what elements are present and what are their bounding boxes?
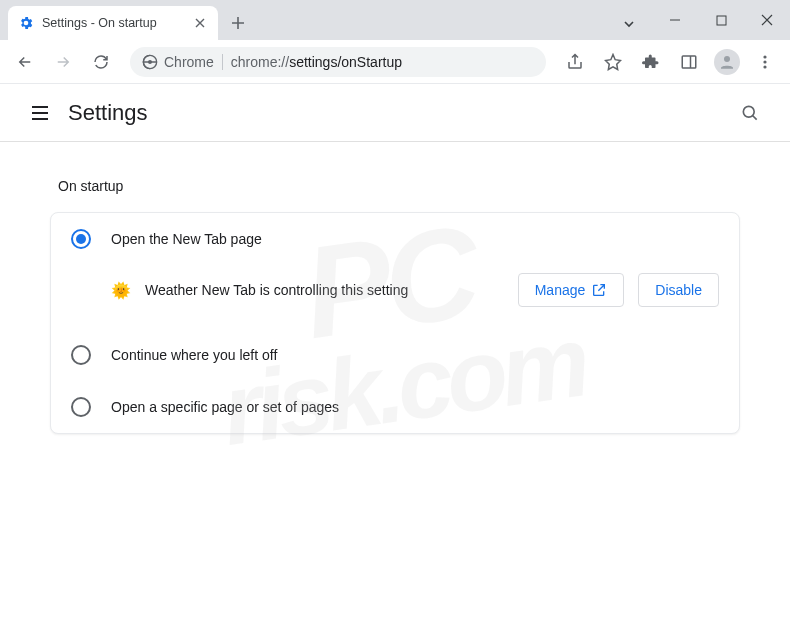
browser-tab[interactable]: Settings - On startup	[8, 6, 218, 40]
omnibox-divider	[222, 54, 223, 70]
radio-unselected-icon[interactable]	[71, 345, 91, 365]
section-title: On startup	[58, 178, 750, 194]
radio-unselected-icon[interactable]	[71, 397, 91, 417]
back-button[interactable]	[8, 45, 42, 79]
hamburger-menu-button[interactable]	[20, 93, 60, 133]
option-new-tab[interactable]: Open the New Tab page	[51, 213, 739, 265]
svg-point-6	[763, 60, 766, 63]
option-label: Open a specific page or set of pages	[111, 399, 339, 415]
search-button[interactable]	[730, 93, 770, 133]
extension-icon: 🌞	[111, 280, 131, 300]
option-specific-pages[interactable]: Open a specific page or set of pages	[51, 381, 739, 433]
url-text: chrome://settings/onStartup	[231, 54, 402, 70]
address-bar[interactable]: Chrome chrome://settings/onStartup	[130, 47, 546, 77]
extension-controlling-notice: 🌞 Weather New Tab is controlling this se…	[51, 265, 739, 329]
secure-label: Chrome	[164, 54, 214, 70]
svg-rect-0	[717, 16, 726, 25]
reload-button[interactable]	[84, 45, 118, 79]
radio-selected-icon[interactable]	[71, 229, 91, 249]
option-continue[interactable]: Continue where you left off	[51, 329, 739, 381]
tab-title: Settings - On startup	[42, 16, 184, 30]
share-icon[interactable]	[558, 45, 592, 79]
svg-point-7	[763, 65, 766, 68]
svg-rect-3	[682, 56, 696, 68]
window-controls	[652, 0, 790, 40]
minimize-button[interactable]	[652, 4, 698, 36]
menu-icon[interactable]	[748, 45, 782, 79]
settings-content: On startup Open the New Tab page 🌞 Weath…	[0, 142, 790, 458]
page-title: Settings	[68, 100, 148, 126]
settings-header: Settings	[0, 84, 790, 142]
close-window-button[interactable]	[744, 4, 790, 36]
browser-toolbar: Chrome chrome://settings/onStartup	[0, 40, 790, 84]
external-link-icon	[591, 282, 607, 298]
profile-avatar[interactable]	[710, 45, 744, 79]
option-label: Open the New Tab page	[111, 231, 262, 247]
svg-point-5	[763, 55, 766, 58]
extension-notice-text: Weather New Tab is controlling this sett…	[145, 282, 504, 298]
maximize-button[interactable]	[698, 4, 744, 36]
new-tab-button[interactable]	[224, 9, 252, 37]
manage-button[interactable]: Manage	[518, 273, 625, 307]
extensions-icon[interactable]	[634, 45, 668, 79]
tab-search-button[interactable]	[606, 8, 652, 40]
close-icon[interactable]	[192, 15, 208, 31]
option-label: Continue where you left off	[111, 347, 277, 363]
gear-icon	[18, 15, 34, 31]
startup-options-card: Open the New Tab page 🌞 Weather New Tab …	[50, 212, 740, 434]
window-titlebar: Settings - On startup	[0, 0, 790, 40]
bookmark-icon[interactable]	[596, 45, 630, 79]
svg-point-4	[724, 56, 730, 62]
disable-button[interactable]: Disable	[638, 273, 719, 307]
sidepanel-icon[interactable]	[672, 45, 706, 79]
forward-button[interactable]	[46, 45, 80, 79]
site-info-icon[interactable]: Chrome	[142, 54, 214, 70]
